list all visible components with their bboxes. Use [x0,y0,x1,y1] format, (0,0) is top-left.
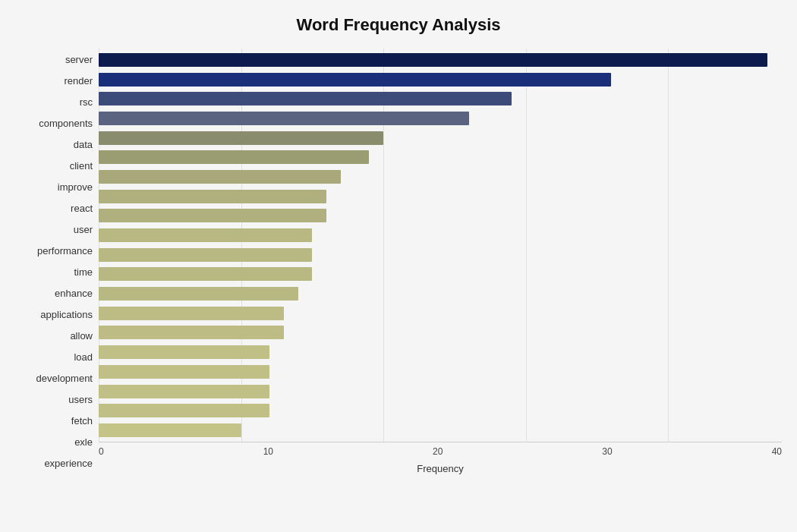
chart-container: Word Frequency Analysis serverrenderrscc… [0,0,797,532]
bar-row [99,71,782,88]
bar [99,365,269,379]
bar [99,385,269,398]
bar-row [99,266,782,282]
bar [99,73,611,87]
y-label: server [65,55,93,65]
bar [99,53,767,67]
chart-title: Word Frequency Analysis [15,15,782,35]
y-label: data [74,140,93,150]
bar [99,112,469,125]
y-label: allow [70,331,93,341]
y-label: development [36,373,93,383]
bar [99,209,326,222]
bar [99,326,284,339]
bar-row [99,422,782,439]
y-axis-labels: serverrenderrsccomponentsdataclientimpro… [15,49,99,474]
bar [99,228,312,242]
bar-row [99,188,782,205]
bar-row [99,285,782,302]
x-tick: 30 [602,446,612,457]
bar-row [99,130,782,146]
y-label: user [74,225,93,235]
y-label: experience [44,458,93,468]
y-label: applications [40,310,93,320]
bar-row [99,305,782,322]
bar [99,248,312,262]
bar-row [99,324,782,341]
bar-row [99,52,782,68]
bar [99,131,383,145]
y-label: render [64,76,93,86]
x-tick: 10 [263,446,273,457]
bar-row [99,110,782,127]
bar-row [99,247,782,263]
y-label: enhance [55,288,93,298]
bar-row [99,344,782,360]
bar [99,92,512,105]
bar-row [99,402,782,419]
y-label: users [68,395,93,405]
bar [99,150,369,164]
y-label: time [74,267,93,277]
y-label: improve [58,182,93,192]
bar [99,307,284,320]
bars-wrapper [99,49,782,442]
bar-row [99,207,782,224]
y-label: fetch [71,416,93,426]
bar [99,170,341,184]
y-label: exle [74,437,93,447]
bar-row [99,364,782,380]
y-label: client [70,161,93,171]
bar-row [99,383,782,400]
y-label: rsc [80,97,93,107]
bar-row [99,168,782,185]
x-tick: 0 [99,446,104,457]
bar-row [99,149,782,165]
bar-row [99,90,782,107]
bar [99,423,241,437]
bar [99,287,298,301]
x-axis: 010203040 [99,442,782,457]
chart-area: serverrenderrsccomponentsdataclientimpro… [15,49,782,474]
x-tick: 40 [772,446,782,457]
y-label: load [74,352,93,362]
bars-section [99,49,782,442]
bar [99,190,326,203]
y-label: components [39,118,93,128]
bar-row [99,227,782,244]
bars-and-x: 010203040 Frequency [99,49,782,474]
bar [99,345,269,359]
y-label: performance [37,246,93,256]
x-tick: 20 [433,446,443,457]
y-label: react [71,203,93,213]
x-axis-label: Frequency [99,463,782,474]
bar [99,267,312,281]
bar [99,404,269,417]
